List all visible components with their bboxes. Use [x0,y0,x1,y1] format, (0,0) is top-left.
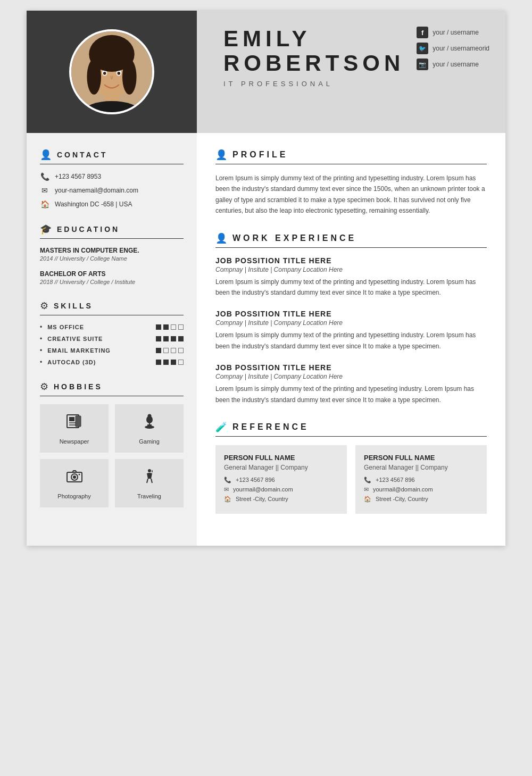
education-item-1: BACHELOR OF ARTS 2018 // University / Co… [40,270,184,285]
hobbies-icon: ⚙ [40,381,48,393]
ref-phone-0: 📞 +123 4567 896 [224,477,338,483]
ref-address-0: 🏠 Street -City, Country [224,496,338,503]
skills-section: ⚙ SKILLS • MS OFFICE • [40,300,184,366]
dot-empty [171,348,176,353]
contact-email: ✉ your-namemail@domain.com [40,186,184,195]
skill-dots-0 [156,324,184,330]
svg-point-11 [90,41,133,72]
job-company-2: Compnay | Insitute | Company Location He… [215,373,487,380]
hobby-photography: Photography [40,459,109,507]
reference-header: 🧪 REFERENCE [215,421,487,433]
job-desc-2: Lorem Ipsum is simply dummy text of the … [215,383,487,405]
dot [171,336,176,341]
ref-card-1: PERSON FULL NAME General Manager || Comp… [355,445,487,514]
ref-email-0: ✉ yourmail@domain.com [224,486,338,493]
dot [171,360,176,365]
education-section: 🎓 EDUCATION MASTERS IN COMPUTER ENGE. 20… [40,223,184,285]
dot [156,336,161,341]
hobbies-section: ⚙ HOBBIES [40,381,184,507]
job-title: IT PROFESSIONAL [223,80,489,88]
education-header: 🎓 EDUCATION [40,223,184,235]
social-links: f your / username 🐦 your / usernameorid … [417,27,489,70]
newspaper-icon [65,412,84,434]
ref-phone-icon-1: 📞 [364,477,371,483]
last-name: ROBERTSON [223,51,404,76]
header-photo-area [27,11,197,133]
skill-creative-suite: • CREATIVE SUITE [40,335,184,343]
header-section: EMILY ROBERTSON IT PROFESSIONAL f your /… [27,11,505,133]
skill-name-1: CREATIVE SUITE [47,336,153,342]
phone-icon: 📞 [40,172,49,181]
job-title-1: JOB POSSITION TITLE HERE [215,310,487,318]
social-facebook: f your / username [417,27,489,38]
ref-name-1: PERSON FULL NAME [364,454,478,462]
job-company-0: Compnay | Insitute | Company Location He… [215,266,487,273]
education-item-0: MASTERS IN COMPUTER ENGE. 2014 // Univer… [40,247,184,262]
hobby-gaming: Gaming [115,404,184,453]
education-title: EDUCATION [57,225,120,233]
reference-section: 🧪 REFERENCE PERSON FULL NAME General Man… [215,421,487,514]
skill-dots-1 [156,336,184,341]
profile-section: 👤 PROFILE Lorem Ipsum is simply dummy te… [215,149,487,216]
job-desc-0: Lorem Ipsum is simply dummy text of the … [215,277,487,298]
profile-icon: 👤 [215,149,227,161]
job-entry-2: JOB POSSITION TITLE HERE Compnay | Insit… [215,363,487,405]
social-instagram: 📷 your / username [417,59,489,70]
traveling-icon [140,467,159,489]
reference-title: REFERENCE [232,422,309,432]
skill-email-marketing: • EMAIL MARKETING [40,347,184,354]
job-entry-1: JOB POSSITION TITLE HERE Compnay | Insit… [215,310,487,352]
edu-degree-1: BACHELOR OF ARTS [40,270,184,278]
job-title-0: JOB POSSITION TITLE HERE [215,256,487,265]
hobbies-title: HOBBIES [54,382,103,391]
svg-rect-18 [147,424,152,427]
hobby-label-gaming: Gaming [139,438,160,445]
email-text: your-namemail@domain.com [55,187,138,194]
work-header: 👤 WORK EXPERIENCE [215,232,487,244]
job-title-2: JOB POSSITION TITLE HERE [215,363,487,372]
dot-empty [178,324,184,330]
right-column: 👤 PROFILE Lorem Ipsum is simply dummy te… [197,133,505,546]
facebook-icon: f [417,27,428,38]
avatar [69,29,154,114]
edu-year-0: 2014 // University / College Name [40,255,184,262]
svg-point-8 [117,72,120,75]
work-title: WORK EXPERIENCE [232,233,356,243]
job-desc-1: Lorem Ipsum is simply dummy text of the … [215,330,487,352]
hobby-label-newspaper: Newspaper [60,438,89,445]
body-section: 👤 CONTACT 📞 +123 4567 8953 ✉ your-namema… [27,133,505,546]
skill-ms-office: • MS OFFICE [40,323,184,331]
reference-icon: 🧪 [215,421,227,433]
skills-title: SKILLS [54,302,93,310]
svg-point-24 [73,475,76,479]
skills-icon: ⚙ [40,300,48,312]
skill-name-3: AUTOCAD (3D) [47,359,153,365]
ref-role-0: General Manager || Company [224,464,338,471]
ref-email-icon-0: ✉ [224,486,229,493]
dot [163,336,169,341]
instagram-handle: your / username [433,61,479,68]
photography-icon [65,467,84,489]
svg-point-20 [147,414,151,418]
ref-address-1: 🏠 Street -City, Country [364,496,478,503]
skills-header: ⚙ SKILLS [40,300,184,312]
twitter-handle: your / usernameorid [433,45,489,52]
svg-point-26 [148,469,151,472]
ref-card-0: PERSON FULL NAME General Manager || Comp… [215,445,347,514]
svg-rect-16 [76,416,81,427]
ref-name-0: PERSON FULL NAME [224,454,338,462]
ref-role-1: General Manager || Company [364,464,478,471]
hobby-label-photography: Photography [57,493,90,499]
hobby-traveling: Traveling [115,459,184,507]
left-column: 👤 CONTACT 📞 +123 4567 8953 ✉ your-namema… [27,133,197,546]
email-icon: ✉ [40,186,49,195]
dot [156,348,161,353]
job-company-1: Compnay | Insitute | Company Location He… [215,319,487,327]
skill-dots-2 [156,348,184,353]
svg-line-27 [147,479,148,483]
svg-point-7 [103,72,106,75]
edu-year-1: 2018 // University / College / Institute [40,279,184,285]
first-name: EMILY [223,26,311,51]
dot [156,360,161,365]
ref-email-1: ✉ yourmail@domain.com [364,486,478,493]
